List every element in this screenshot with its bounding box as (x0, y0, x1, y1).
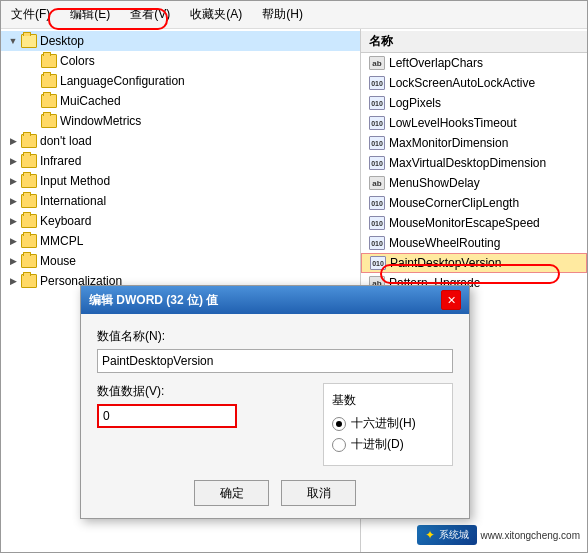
reg-item-logpixels[interactable]: 010 LogPixels (361, 93, 587, 113)
expand-icon-muicached (25, 93, 41, 109)
folder-icon-colors (41, 54, 57, 68)
folder-icon-dontload (21, 134, 37, 148)
reg-label-mousemonitorescape: MouseMonitorEscapeSpeed (389, 216, 540, 230)
tree-item-colors[interactable]: Colors (1, 51, 360, 71)
reg-label-mousecornercliplength: MouseCornerClipLength (389, 196, 519, 210)
tree-item-mmcpl[interactable]: ▶ MMCPL (1, 231, 360, 251)
menu-favorites[interactable]: 收藏夹(A) (186, 4, 246, 25)
reg-icon-mousewheelrouting: 010 (369, 235, 385, 251)
tree-item-inputmethod[interactable]: ▶ Input Method (1, 171, 360, 191)
tree-item-international[interactable]: ▶ International (1, 191, 360, 211)
reg-icon-logpixels: 010 (369, 95, 385, 111)
reg-label-maxvirtualdesktopdimension: MaxVirtualDesktopDimension (389, 156, 546, 170)
reg-icon-lockscreenautolockactive: 010 (369, 75, 385, 91)
tree-label-infrared: Infrared (40, 154, 81, 168)
menu-file[interactable]: 文件(F) (7, 4, 54, 25)
reg-label-leftoverlapchars: LeftOverlapChars (389, 56, 483, 70)
dialog-value-row: 数值数据(V): 基数 十六进制(H) 十进制(D) (97, 383, 453, 466)
tree-item-keyboard[interactable]: ▶ Keyboard (1, 211, 360, 231)
tree-label-langconfig: LanguageConfiguration (60, 74, 185, 88)
radio-dec[interactable]: 十进制(D) (332, 436, 444, 453)
tree-item-langconfig[interactable]: LanguageConfiguration (1, 71, 360, 91)
radio-hex-label: 十六进制(H) (351, 415, 416, 432)
expand-icon-windowmetrics (25, 113, 41, 129)
folder-icon-mmcpl (21, 234, 37, 248)
reg-icon-mousemonitorescape: 010 (369, 215, 385, 231)
radio-hex[interactable]: 十六进制(H) (332, 415, 444, 432)
right-panel-header: 名称 (361, 31, 587, 53)
reg-icon-menushowdelay: ab (369, 175, 385, 191)
expand-icon-infrared: ▶ (5, 153, 21, 169)
dialog-titlebar: 编辑 DWORD (32 位) 值 ✕ (81, 286, 469, 314)
tree-label-keyboard: Keyboard (40, 214, 91, 228)
expand-icon-keyboard: ▶ (5, 213, 21, 229)
menu-bar: 文件(F) 编辑(E) 查看(V) 收藏夹(A) 帮助(H) (1, 1, 587, 29)
tree-item-dontload[interactable]: ▶ don't load (1, 131, 360, 151)
reg-label-logpixels: LogPixels (389, 96, 441, 110)
dialog-base-title: 基数 (332, 392, 444, 409)
tree-label-windowmetrics: WindowMetrics (60, 114, 141, 128)
reg-label-paintdesktopversion: PaintDesktopVersion (390, 256, 501, 270)
reg-icon-maxvirtualdesktopdimension: 010 (369, 155, 385, 171)
folder-icon-personalization (21, 274, 37, 288)
tree-label-desktop: Desktop (40, 34, 84, 48)
reg-item-mousecornercliplength[interactable]: 010 MouseCornerClipLength (361, 193, 587, 213)
radio-dec-dot (332, 438, 346, 452)
dialog-value-section: 数值数据(V): (97, 383, 307, 428)
reg-item-menushowdelay[interactable]: ab MenuShowDelay (361, 173, 587, 193)
expand-icon-mmcpl: ▶ (5, 233, 21, 249)
tree-label-inputmethod: Input Method (40, 174, 110, 188)
folder-icon-langconfig (41, 74, 57, 88)
reg-item-paintdesktopversion[interactable]: 010 PaintDesktopVersion (361, 253, 587, 273)
dialog-title: 编辑 DWORD (32 位) 值 (89, 292, 218, 309)
reg-item-maxvirtualdesktopdimension[interactable]: 010 MaxVirtualDesktopDimension (361, 153, 587, 173)
menu-edit[interactable]: 编辑(E) (66, 4, 114, 25)
tree-label-mmcpl: MMCPL (40, 234, 83, 248)
tree-item-muicached[interactable]: MuiCached (1, 91, 360, 111)
reg-item-mousewheelrouting[interactable]: 010 MouseWheelRouting (361, 233, 587, 253)
dialog-close-button[interactable]: ✕ (441, 290, 461, 310)
reg-item-mousemonitorescape[interactable]: 010 MouseMonitorEscapeSpeed (361, 213, 587, 233)
reg-label-mousewheelrouting: MouseWheelRouting (389, 236, 500, 250)
folder-icon-windowmetrics (41, 114, 57, 128)
tree-item-infrared[interactable]: ▶ Infrared (1, 151, 360, 171)
expand-icon-mouse: ▶ (5, 253, 21, 269)
dialog-name-input[interactable] (97, 349, 453, 373)
reg-item-lowlevelhookstimeout[interactable]: 010 LowLevelHooksTimeout (361, 113, 587, 133)
expand-icon-international: ▶ (5, 193, 21, 209)
folder-icon-infrared (21, 154, 37, 168)
dialog-body: 数值名称(N): 数值数据(V): 基数 十六进制(H) (81, 314, 469, 518)
tree-item-mouse[interactable]: ▶ Mouse (1, 251, 360, 271)
folder-icon-international (21, 194, 37, 208)
folder-icon-muicached (41, 94, 57, 108)
reg-icon-lowlevelhookstimeout: 010 (369, 115, 385, 131)
reg-item-maxmonitordimension[interactable]: 010 MaxMonitorDimension (361, 133, 587, 153)
menu-view[interactable]: 查看(V) (126, 4, 174, 25)
reg-icon-mousecornercliplength: 010 (369, 195, 385, 211)
dialog-base-section: 基数 十六进制(H) 十进制(D) (323, 383, 453, 466)
folder-icon-mouse (21, 254, 37, 268)
dialog-buttons: 确定 取消 (97, 480, 453, 506)
tree-label-colors: Colors (60, 54, 95, 68)
dialog-value-input[interactable] (97, 404, 237, 428)
expand-icon-desktop: ▼ (5, 33, 21, 49)
reg-label-menushowdelay: MenuShowDelay (389, 176, 480, 190)
reg-icon-maxmonitordimension: 010 (369, 135, 385, 151)
tree-item-windowmetrics[interactable]: WindowMetrics (1, 111, 360, 131)
dialog-ok-button[interactable]: 确定 (194, 480, 269, 506)
radio-dec-label: 十进制(D) (351, 436, 404, 453)
reg-item-lockscreenautolockactive[interactable]: 010 LockScreenAutoLockActive (361, 73, 587, 93)
reg-item-leftoverlapchars[interactable]: ab LeftOverlapChars (361, 53, 587, 73)
tree-label-mouse: Mouse (40, 254, 76, 268)
reg-label-lockscreenautolockactive: LockScreenAutoLockActive (389, 76, 535, 90)
folder-icon-inputmethod (21, 174, 37, 188)
expand-icon-langconfig (25, 73, 41, 89)
dialog-value-input-wrapper (97, 404, 307, 428)
tree-item-desktop[interactable]: ▼ Desktop (1, 31, 360, 51)
reg-label-lowlevelhookstimeout: LowLevelHooksTimeout (389, 116, 517, 130)
edit-dword-dialog: 编辑 DWORD (32 位) 值 ✕ 数值名称(N): 数值数据(V): 基数 (80, 285, 470, 519)
dialog-value-label: 数值数据(V): (97, 383, 307, 400)
menu-help[interactable]: 帮助(H) (258, 4, 307, 25)
reg-icon-paintdesktopversion: 010 (370, 255, 386, 271)
dialog-cancel-button[interactable]: 取消 (281, 480, 356, 506)
